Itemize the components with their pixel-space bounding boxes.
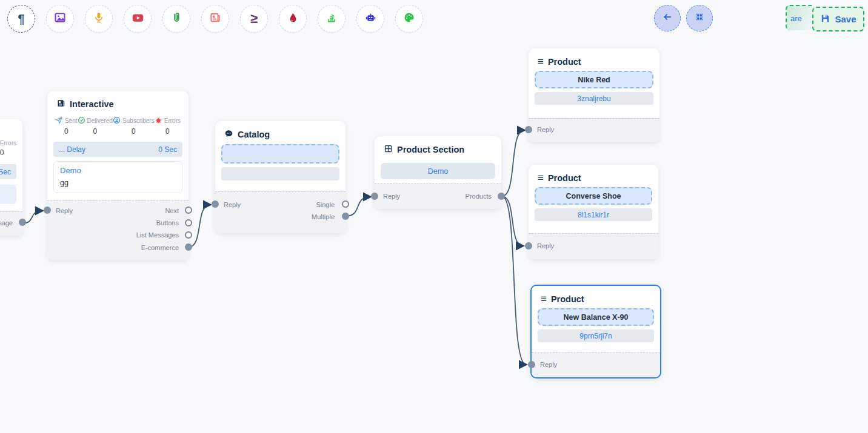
microphone-icon (93, 12, 105, 26)
node-title: Product (548, 57, 581, 67)
node-title: Product Section (397, 145, 464, 154)
partial-button-text: are (790, 14, 802, 23)
product-section-button[interactable]: Demo (381, 163, 495, 179)
card-block-button[interactable] (201, 5, 229, 33)
product-name-box[interactable]: New Balance X-90 (538, 308, 654, 326)
audio-block-button[interactable] (85, 5, 113, 33)
node-title: Product (548, 173, 581, 183)
product-node-3[interactable]: ≡ Product New Balance X-90 9prn5rji7n Re… (530, 285, 661, 378)
message-title: Demo (60, 166, 176, 175)
message-node-footer: essage (0, 211, 22, 236)
interactive-node-footer: Reply Next Buttons List Messages E-comme… (47, 200, 189, 260)
product1-reply-handle[interactable] (525, 126, 532, 133)
grid-icon (384, 144, 393, 155)
quick-reply-box (0, 185, 16, 204)
attachment-block-button[interactable] (162, 5, 190, 33)
arrow-left-icon (662, 12, 673, 25)
node-title: Product (551, 294, 584, 304)
edge-product-section-products-to-product3-reply (502, 196, 526, 365)
output-products-handle[interactable] (498, 193, 505, 200)
bot-block-button[interactable] (356, 5, 384, 33)
stack-icon (326, 12, 338, 26)
output-list-messages-label: List Messages (136, 231, 179, 239)
catalog-node[interactable]: Catalog Reply Single Multiple (215, 121, 346, 233)
drip-block-button[interactable] (279, 5, 307, 33)
product-section-node[interactable]: Product Section Demo Reply Products (375, 136, 501, 209)
product-node-footer: Reply (532, 352, 660, 377)
interactive-node[interactable]: Interactive Sent 0 Delivered 0 Subscribe… (47, 91, 189, 260)
stack-block-button[interactable] (318, 5, 346, 33)
product-section-footer: Reply Products (375, 183, 501, 209)
catalog-node-footer: Reply Single Multiple (215, 191, 346, 233)
interactive-reply-handle[interactable] (44, 207, 51, 214)
video-block-button[interactable] (124, 5, 152, 33)
edge-product-section-products-to-product1-reply (502, 130, 524, 196)
interactive-message-box[interactable]: Demo gg (53, 161, 182, 193)
bug-icon (155, 116, 162, 125)
reply-input-label: Reply (540, 361, 557, 368)
partial-button[interactable]: are (786, 5, 812, 30)
node-title: Interactive (70, 99, 114, 109)
output-next-label: Next (165, 207, 179, 214)
menu-icon: ≡ (538, 56, 544, 67)
robot-icon (364, 12, 377, 27)
text-block-button[interactable]: ¶ (7, 5, 35, 33)
newspaper-icon (209, 12, 221, 26)
delay-bar[interactable]: ... Delay 0 Sec (53, 142, 182, 157)
message-node-partial[interactable]: Errors 0 Sec essage (0, 119, 22, 236)
palette-icon (403, 12, 415, 26)
output-single-handle[interactable] (342, 200, 349, 208)
image-icon (54, 12, 66, 26)
edge-product-section-products-to-product2-reply (502, 196, 523, 246)
product-section-reply-handle[interactable] (371, 193, 378, 200)
output-ecommerce-handle[interactable] (185, 243, 192, 251)
product-name-box[interactable]: Converse Shoe (535, 187, 652, 205)
product-name-box[interactable]: Nike Red (535, 71, 653, 88)
output-buttons-handle[interactable] (185, 219, 192, 226)
catalog-placeholder (221, 167, 339, 180)
reply-input-label: Reply (537, 242, 554, 250)
youtube-icon (132, 12, 144, 27)
product-node-footer: Reply (529, 233, 658, 259)
edge-catalog-multiple-to-product-section-reply (346, 197, 370, 216)
product-node-header: ≡ Product (529, 165, 658, 187)
floppy-icon (820, 13, 830, 25)
reply-input-label: Reply (537, 126, 554, 133)
product-id-box: 9prn5rji7n (538, 329, 654, 342)
message-output-handle[interactable] (19, 219, 26, 226)
catalog-reply-handle[interactable] (212, 200, 219, 208)
chat-dots-icon (224, 129, 233, 140)
catalog-drop-area[interactable] (221, 144, 339, 164)
output-list-messages-handle[interactable] (185, 231, 192, 239)
node-title: Catalog (238, 130, 270, 139)
interactive-node-header: Interactive (47, 91, 189, 114)
back-button[interactable] (654, 5, 681, 31)
product3-reply-handle[interactable] (528, 361, 535, 368)
product-node-header: ≡ Product (529, 48, 659, 71)
product-node-2[interactable]: ≡ Product Converse Shoe 8l1s1kir1r Reply (529, 165, 658, 259)
stat-subscribers: Subscribers 0 (113, 116, 155, 136)
stat-sent: Sent 0 (55, 116, 78, 136)
image-block-button[interactable] (46, 5, 74, 33)
sequence-block-button[interactable]: ≥ (240, 5, 268, 33)
flow-canvas[interactable]: ¶ ≥ are Save Errors (0, 0, 868, 433)
product-node-header: ≡ Product (532, 286, 660, 308)
product-node-1[interactable]: ≡ Product Nike Red 3znaljrebu Reply (529, 48, 659, 142)
delay-bar[interactable]: Sec (0, 164, 16, 179)
message-body: gg (60, 179, 176, 187)
fit-view-button[interactable] (686, 5, 713, 31)
output-multiple-label: Multiple (312, 213, 335, 220)
output-next-handle[interactable] (185, 207, 192, 214)
stat-errors: Errors 0 (0, 140, 16, 157)
output-multiple-handle[interactable] (342, 213, 349, 220)
product-node-footer: Reply (529, 118, 659, 142)
delay-value: Sec (0, 168, 11, 176)
compress-icon (695, 12, 704, 24)
menu-icon: ≡ (538, 173, 544, 183)
stats-row: Sent 0 Delivered 0 Subscribers 0 Errors … (47, 114, 189, 137)
theme-block-button[interactable] (395, 5, 423, 33)
product-id-box: 8l1s1kir1r (535, 208, 652, 221)
product2-reply-handle[interactable] (525, 242, 532, 250)
save-button[interactable]: Save (812, 7, 864, 31)
product-section-header: Product Section (375, 136, 501, 159)
